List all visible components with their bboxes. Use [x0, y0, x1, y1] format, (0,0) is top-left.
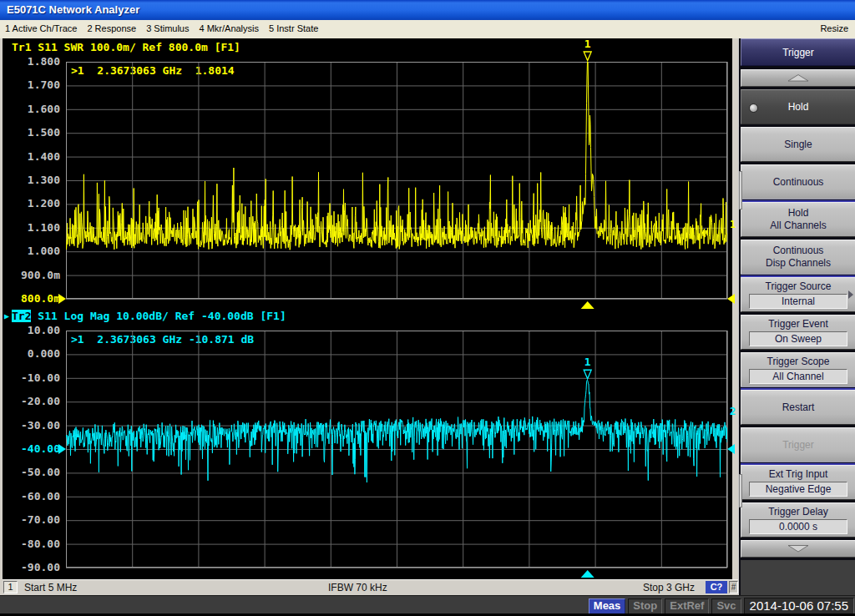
- softkey-trigger-source-internal[interactable]: Trigger SourceInternal: [741, 277, 855, 312]
- softkey-trigger-scope-all-channel[interactable]: Trigger ScopeAll Channel: [741, 352, 855, 387]
- ref-level-marker-left: [58, 294, 66, 304]
- softkey-label: Continuous: [773, 245, 824, 257]
- softkey-trigger-delay-0-0000-s[interactable]: Trigger Delay0.0000 s: [741, 502, 855, 538]
- active-trace-arrow-icon: ▶: [4, 311, 12, 321]
- ref-level-marker-left: [58, 444, 66, 454]
- marker-triangle: [584, 52, 591, 61]
- hash-indicator: #: [729, 581, 738, 593]
- submenu-arrow-icon: [848, 290, 853, 299]
- softkey-empty-area: [741, 560, 855, 595]
- status-datetime: 2014-10-06 07:55: [744, 598, 854, 614]
- trace-end-number: 1: [730, 219, 736, 230]
- softkey-label-2: Disp Channels: [766, 257, 831, 270]
- softkey-menu: TriggerHoldSingleContinuousHoldAll Chann…: [738, 38, 855, 595]
- menu-item-2-response[interactable]: 2 Response: [82, 20, 141, 33]
- title-bar[interactable]: E5071C Network Analyzer: [0, 0, 855, 20]
- ifbw-value: IFBW 70 kHz: [328, 582, 387, 593]
- plot-tr2: 12: [58, 304, 741, 579]
- menu-item-5-instr-state[interactable]: 5 Instr State: [264, 20, 323, 33]
- y-axis-label: -90.00: [6, 561, 60, 574]
- channel-status-bar: 1 Start 5 MHz IFBW 70 kHz Stop 3 GHz C? …: [3, 579, 738, 595]
- marker-number: 1: [584, 38, 591, 50]
- softkey-label-2: All Channels: [770, 220, 826, 232]
- status-svc: Svc: [711, 598, 741, 614]
- y-axis-label: -30.00: [6, 419, 60, 432]
- marker-triangle: [584, 370, 591, 379]
- softkey-label: Trigger Event: [768, 318, 828, 331]
- softkey-value: Internal: [749, 294, 847, 309]
- menu-item-1-active-ch-trace[interactable]: 1 Active Ch/Trace: [0, 20, 82, 33]
- status-stop: Stop: [628, 598, 662, 614]
- softkey-continuous[interactable]: ContinuousDisp Channels: [741, 240, 855, 275]
- softkey-scroll-up-button[interactable]: [741, 69, 855, 87]
- y-axis-label: 1.400: [6, 150, 60, 164]
- softkey-value: 0.0000 s: [749, 519, 847, 534]
- softkey-hold[interactable]: Hold: [741, 89, 855, 124]
- cal-status-badge: C?: [706, 581, 727, 593]
- y-axis-label: 10.00: [6, 324, 60, 337]
- sidebar-grip[interactable]: [739, 474, 742, 507]
- plot-tr1: 11: [58, 35, 741, 311]
- softkey-trigger[interactable]: Trigger: [741, 427, 855, 462]
- softkey-trigger-event-on-sweep[interactable]: Trigger EventOn Sweep: [741, 315, 855, 350]
- marker-number: 1: [584, 356, 591, 368]
- y-axis-label: -50.00: [6, 466, 60, 479]
- selected-bullet-icon: [749, 104, 758, 113]
- menu-item-3-stimulus[interactable]: 3 Stimulus: [141, 20, 194, 33]
- marker-stimulus-triangle: [581, 570, 594, 578]
- softkey-label: Hold: [788, 101, 809, 114]
- arrow-down-icon: [787, 545, 809, 553]
- y-axis-label: 800.0m: [6, 292, 60, 305]
- softkey-value: Negative Edge: [749, 482, 847, 497]
- trace-end-number: 2: [730, 406, 736, 417]
- grid: [66, 62, 728, 300]
- y-axis-label: 1.200: [6, 197, 60, 210]
- softkey-continuous[interactable]: Continuous: [741, 164, 855, 199]
- status-bar: MeasStopExtRefSvc2014-10-06 07:55: [0, 595, 855, 616]
- softkey-label: Continuous: [773, 176, 824, 189]
- stop-frequency: Stop 3 GHz: [643, 582, 695, 593]
- ref-level-marker-right: [727, 444, 735, 454]
- softkey-value: All Channel: [749, 369, 847, 384]
- softkey-restart[interactable]: Restart: [741, 390, 855, 425]
- y-axis-label: -80.00: [6, 538, 60, 551]
- y-axis-label: 1.300: [6, 174, 60, 187]
- start-frequency: Start 5 MHz: [24, 582, 77, 593]
- y-axis-label: -20.00: [6, 395, 60, 408]
- softkey-label: Trigger: [782, 439, 814, 452]
- y-axis-label: 1.500: [6, 126, 60, 139]
- y-axis-label: -40.00: [6, 442, 60, 456]
- trace-name: Tr2: [12, 310, 31, 322]
- softkey-ext-trig-input-negative-edge[interactable]: Ext Trig InputNegative Edge: [741, 465, 855, 500]
- softkey-single[interactable]: Single: [741, 127, 855, 162]
- menu-item-4-mkr-analysis[interactable]: 4 Mkr/Analysis: [194, 20, 264, 33]
- y-axis-label: 900.0m: [6, 269, 60, 282]
- softkey-label: Trigger Scope: [767, 356, 830, 368]
- y-axis-label: -60.00: [6, 490, 60, 503]
- y-axis-label: 1.100: [6, 221, 60, 235]
- status-extref: ExtRef: [665, 598, 709, 614]
- softkey-value: On Sweep: [749, 331, 847, 346]
- softkey-label: Hold: [788, 207, 809, 220]
- sidebar-grip[interactable]: [739, 171, 742, 210]
- softkey-hold[interactable]: HoldAll Channels: [741, 202, 855, 237]
- trace-name: Tr1: [12, 41, 31, 53]
- arrow-up-icon: [787, 74, 809, 82]
- y-axis-label: 1.600: [6, 103, 60, 116]
- softkey-label: Trigger Delay: [768, 506, 828, 518]
- window-title: E5071C Network Analyzer: [0, 0, 855, 16]
- y-axis-label: 1.800: [6, 55, 60, 68]
- y-axis-label: -10.00: [6, 371, 60, 385]
- menu-resize[interactable]: Resize: [820, 23, 848, 33]
- y-axis-label: 1.000: [6, 245, 60, 258]
- softkey-label: Restart: [782, 401, 815, 414]
- softkey-scroll-down-button[interactable]: [741, 540, 855, 558]
- y-axis-label: 1.700: [6, 78, 60, 92]
- softkey-label: Single: [784, 139, 812, 151]
- status-meas: Meas: [589, 598, 626, 614]
- softkey-menu-title[interactable]: Trigger: [741, 38, 855, 66]
- ref-level-marker-right: [727, 294, 735, 304]
- softkey-label: Ext Trig Input: [769, 468, 828, 481]
- y-axis-label: 0.000: [6, 347, 60, 361]
- softkey-label: Trigger Source: [766, 280, 832, 293]
